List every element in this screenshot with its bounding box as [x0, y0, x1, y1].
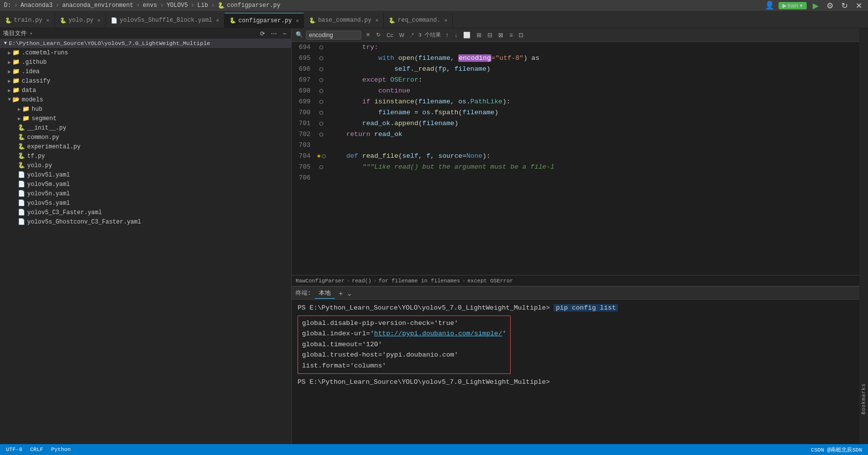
tree-item-init-py[interactable]: 🐍 __init__.py: [0, 123, 291, 133]
tab-close-train[interactable]: ✕: [46, 17, 49, 23]
terminal-output-4: global.trusted-host='pypi.doubanio.com': [302, 350, 506, 361]
file-icon-yolov5n: 📄: [18, 190, 25, 197]
search-refresh-btn[interactable]: ↻: [375, 32, 382, 38]
sidebar-more-btn[interactable]: ⋯: [269, 30, 279, 37]
tree-item-segment[interactable]: ▶ 📁 segment: [0, 114, 291, 123]
code-editor[interactable]: 694 try: 695 with open(filename, encodin…: [292, 42, 853, 275]
search-result-count: 3 个结果: [418, 31, 441, 39]
tree-item-idea[interactable]: ▶ 📁 .idea: [0, 67, 291, 76]
code-line-695: 695 with open(filename, encoding="utf-8"…: [292, 53, 853, 64]
folder-icon-classify: 📁: [12, 77, 20, 85]
tab-close-req[interactable]: ✕: [444, 17, 447, 23]
terminal-command: pip config list: [554, 304, 618, 312]
tab-close-base[interactable]: ✕: [375, 17, 378, 23]
folder-icon-github: 📁: [12, 58, 20, 66]
tree-item-common-py[interactable]: 🐍 common.py: [0, 133, 291, 142]
tree-root[interactable]: ▼ E:\Python_Learn_Source\YOLO\yolov5_7.0…: [0, 39, 291, 48]
search-prev-btn[interactable]: ↑: [444, 32, 450, 39]
line-gutter-697: [316, 75, 326, 86]
terminal-body[interactable]: PS E:\Python_Learn_Source\YOLO\yolov5_7.…: [292, 300, 859, 444]
tab-base-command-py[interactable]: 🐍 base_command.py ✕: [304, 13, 384, 28]
tab-label-shuffle: yolov5s_Shuffle_Block.yaml: [120, 17, 212, 24]
refresh-button[interactable]: ↻: [839, 1, 850, 10]
tab-req-command-py[interactable]: 🐍 req_command. ✕: [384, 13, 452, 28]
search-icon: 🔍: [296, 31, 303, 39]
tree-item-yolov5ghost-yaml[interactable]: 📄 yolov5s_Ghostconv_C3_Faster.yaml: [0, 217, 291, 227]
search-funnel-btn[interactable]: ⊡: [517, 32, 525, 39]
tab-close-shuffle[interactable]: ✕: [216, 17, 219, 23]
sidebar-dropdown-icon[interactable]: ▾: [30, 31, 33, 37]
tree-item-cometml[interactable]: ▶ 📁 .cometml-runs: [0, 48, 291, 57]
vertical-scrollbar[interactable]: [853, 42, 859, 275]
tree-item-yolov5l-yaml[interactable]: 📄 yolov5l.yaml: [0, 170, 291, 180]
search-clear-btn[interactable]: ✕: [364, 32, 372, 38]
terminal-link[interactable]: http://pypi.doubanio.com/simple/: [374, 330, 502, 337]
tree-item-yolov5c3-yaml[interactable]: 📄 yolov5_C3_Faster.yaml: [0, 208, 291, 217]
line-num-697: 697: [292, 75, 316, 86]
search-next-btn[interactable]: ↓: [453, 32, 459, 39]
tree-item-yolov5s-yaml[interactable]: 📄 yolov5s.yaml: [0, 198, 291, 208]
tab-configparser-py[interactable]: 🐍 configparser.py ✕: [224, 13, 304, 28]
search-input[interactable]: [309, 32, 358, 39]
terminal-more-btn[interactable]: ⌄: [347, 289, 352, 297]
line-num-699: 699: [292, 96, 316, 107]
branch-button[interactable]: ▶ train ▾: [779, 2, 807, 9]
tree-item-classify[interactable]: ▶ 📁 classify: [0, 76, 291, 86]
gutter-dot-696: [319, 67, 323, 71]
tree-item-hub[interactable]: ▶ 📁 hub: [0, 104, 291, 114]
line-num-695: 695: [292, 53, 316, 64]
file-icon-yolov5ghost: 📄: [18, 218, 25, 226]
search-layout-btn[interactable]: ⊞: [475, 32, 483, 39]
tree-item-tf-py[interactable]: 🐍 tf.py: [0, 151, 291, 161]
run-button[interactable]: ▶: [811, 1, 821, 10]
file-icon-experimental: 🐍: [18, 143, 25, 150]
terminal-output-box: global.disable-pip-version-check='true' …: [298, 316, 511, 374]
terminal-add-btn[interactable]: +: [339, 289, 343, 297]
tree-item-yolov5n-yaml[interactable]: 📄 yolov5n.yaml: [0, 189, 291, 198]
gutter-star-704: ✱: [317, 151, 320, 162]
search-input-wrap[interactable]: [306, 31, 361, 40]
tab-close-yolo[interactable]: ✕: [97, 17, 100, 23]
search-view-btn[interactable]: ≡: [508, 32, 514, 39]
search-cc-btn[interactable]: Cc: [385, 32, 394, 38]
tab-label-train: train.py: [14, 17, 43, 24]
tree-label-hub: hub: [32, 106, 43, 113]
tab-close-configparser[interactable]: ✕: [296, 18, 299, 24]
user-icon[interactable]: 👤: [765, 0, 775, 10]
line-num-698: 698: [292, 86, 316, 96]
sidebar-sync-btn[interactable]: ⟳: [258, 30, 267, 37]
sidebar-header: 项目文件 ▾ ⟳ ⋯ −: [0, 28, 291, 39]
line-gutter-696: [316, 64, 326, 75]
tree-label-data: data: [22, 87, 36, 94]
search-filter-btn[interactable]: ⊟: [486, 32, 494, 39]
sidebar-collapse-btn[interactable]: −: [281, 30, 288, 37]
tree-item-github[interactable]: ▶ 📁 .github: [0, 57, 291, 67]
tree-item-experimental-py[interactable]: 🐍 experimental.py: [0, 142, 291, 151]
tab-shuffle-yaml[interactable]: 📄 yolov5s_Shuffle_Block.yaml ✕: [106, 13, 224, 28]
search-regex-btn[interactable]: .*: [409, 32, 415, 38]
tab-yolo-py[interactable]: 🐍 yolo.py ✕: [55, 13, 106, 28]
search-wrap-btn[interactable]: ⬜: [462, 32, 472, 39]
tree-item-data[interactable]: ▶ 📁 data: [0, 86, 291, 95]
tab-label-configparser: configparser.py: [238, 17, 292, 24]
bookmarks-label: Bookmarks: [861, 383, 867, 414]
line-num-700: 700: [292, 107, 316, 118]
main-content: 项目文件 ▾ ⟳ ⋯ − ▼ E:\Python_Learn_Source\YO…: [0, 28, 868, 444]
terminal-tabs: 终端: 本地 + ⌄: [292, 287, 859, 300]
debug-button[interactable]: ⚙: [825, 1, 835, 10]
line-code-703: [326, 140, 853, 151]
terminal-tab-local[interactable]: 本地: [315, 288, 335, 299]
code-line-704: 704 ✱ def read_file(self, f, source=None…: [292, 151, 853, 162]
tree-item-models[interactable]: ▼ 📂 models: [0, 95, 291, 104]
branch-label: train: [788, 2, 798, 8]
tree-item-yolo-py[interactable]: 🐍 yolo.py: [0, 161, 291, 170]
line-code-701: read_ok.append(filename): [326, 118, 853, 129]
file-icon-yolov5m: 📄: [18, 181, 25, 188]
line-gutter-702: [316, 129, 326, 140]
gutter-dot-694: [319, 46, 323, 49]
search-w-btn[interactable]: W: [397, 32, 405, 38]
tree-item-yolov5m-yaml[interactable]: 📄 yolov5m.yaml: [0, 180, 291, 189]
search-filter2-btn[interactable]: ⊠: [497, 32, 505, 39]
close-button[interactable]: ✕: [854, 1, 864, 10]
tab-train-py[interactable]: 🐍 train.py ✕: [0, 13, 55, 28]
